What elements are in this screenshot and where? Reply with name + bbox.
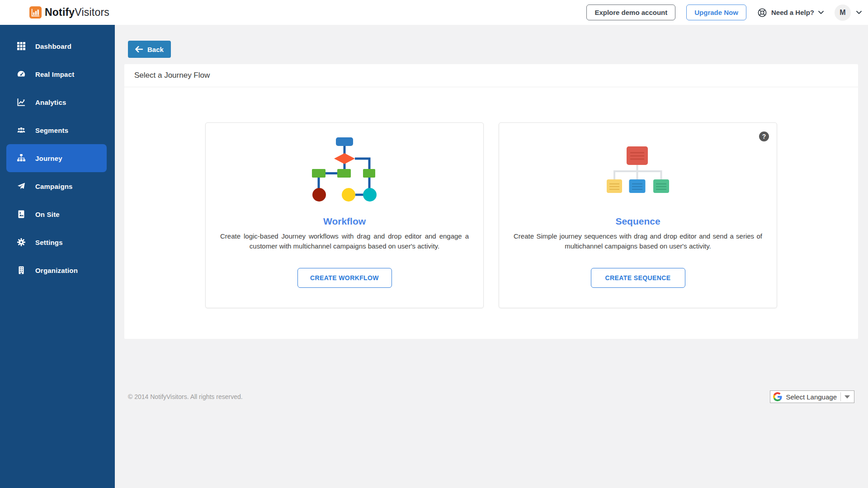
topbar-actions: Explore demo account Upgrade Now Need a … <box>586 5 862 21</box>
google-logo-icon <box>773 392 782 401</box>
copyright-text: © 2014 NotifyVisitors. All rights reserv… <box>128 393 243 400</box>
upgrade-now-button[interactable]: Upgrade Now <box>686 5 746 20</box>
image-file-icon <box>17 210 25 218</box>
sidebar-item-label: Journey <box>35 155 62 162</box>
back-button[interactable]: Back <box>128 41 171 58</box>
sidebar-item-real-impact[interactable]: Real Impact <box>0 60 115 88</box>
sidebar-item-label: Organization <box>35 267 78 274</box>
language-selector-label: Select Language <box>786 393 837 401</box>
help-menu-label: Need a Help? <box>771 9 814 16</box>
logo-icon <box>29 6 42 19</box>
sidebar-item-segments[interactable]: Segments <box>0 116 115 144</box>
workflow-description: Create logic-based Journey workflows wit… <box>220 231 469 251</box>
help-menu[interactable]: Need a Help? <box>757 8 824 18</box>
sequence-diagram <box>607 123 670 216</box>
gauge-icon <box>17 70 25 78</box>
sidebar-item-label: Dashboard <box>35 42 71 50</box>
sidebar-item-campaigns[interactable]: Campaigns <box>0 172 115 200</box>
app-logo[interactable]: NotifyVisitors <box>29 6 109 19</box>
users-icon <box>17 126 25 134</box>
footer: © 2014 NotifyVisitors. All rights reserv… <box>128 390 854 403</box>
logo-text-bold: Notify <box>45 6 75 18</box>
sidebar-item-dashboard[interactable]: Dashboard <box>0 32 115 60</box>
language-selector[interactable]: Select Language <box>770 390 854 403</box>
divider <box>840 392 841 401</box>
sitemap-icon <box>17 154 25 162</box>
caret-down-icon <box>844 395 850 399</box>
topbar: NotifyVisitors Explore demo account Upgr… <box>0 0 868 25</box>
sidebar-item-analytics[interactable]: Analytics <box>0 88 115 116</box>
sidebar-item-label: Campaigns <box>35 183 73 190</box>
gear-icon <box>17 238 25 246</box>
sidebar-item-organization[interactable]: Organization <box>0 256 115 284</box>
sidebar-item-settings[interactable]: Settings <box>0 228 115 256</box>
grid-icon <box>17 42 25 50</box>
logo-text-light: Visitors <box>75 6 109 18</box>
sidebar-item-journey[interactable]: Journey <box>6 144 107 172</box>
help-icon[interactable]: ? <box>759 131 769 141</box>
page-title: Select a Journey Flow <box>124 64 858 87</box>
paper-plane-icon <box>17 182 25 190</box>
chevron-down-icon <box>818 11 824 14</box>
logo-text: NotifyVisitors <box>45 6 109 19</box>
arrow-left-icon <box>135 46 143 52</box>
sidebar-item-label: Segments <box>35 127 68 134</box>
workflow-card: Workflow Create logic-based Journey work… <box>205 122 484 308</box>
create-sequence-button[interactable]: CREATE SEQUENCE <box>591 268 685 288</box>
workflow-title: Workflow <box>323 216 366 227</box>
main-content: Back Select a Journey Flow <box>115 25 868 488</box>
sidebar: Dashboard Real Impact Analytics Segments <box>0 25 115 488</box>
sidebar-item-on-site[interactable]: On Site <box>0 200 115 228</box>
avatar: M <box>835 5 851 21</box>
panel-body: Workflow Create logic-based Journey work… <box>124 87 858 339</box>
sidebar-item-label: Analytics <box>35 99 66 106</box>
sequence-description: Create Simple journey sequences with dra… <box>514 231 762 251</box>
back-button-label: Back <box>147 46 164 53</box>
create-workflow-button[interactable]: CREATE WORKFLOW <box>297 268 392 288</box>
account-menu[interactable]: M <box>835 5 862 21</box>
sidebar-item-label: On Site <box>35 211 60 218</box>
building-icon <box>17 266 25 274</box>
journey-flow-panel: Select a Journey Flow <box>124 64 858 339</box>
chart-line-icon <box>17 98 25 106</box>
sequence-title: Sequence <box>615 216 660 227</box>
workflow-diagram <box>312 123 377 216</box>
sidebar-item-label: Real Impact <box>35 70 74 78</box>
explore-demo-button[interactable]: Explore demo account <box>586 5 675 20</box>
chevron-down-icon <box>856 11 862 14</box>
life-ring-icon <box>757 8 767 18</box>
sidebar-item-label: Settings <box>35 239 63 246</box>
sequence-card: ? <box>499 122 777 308</box>
